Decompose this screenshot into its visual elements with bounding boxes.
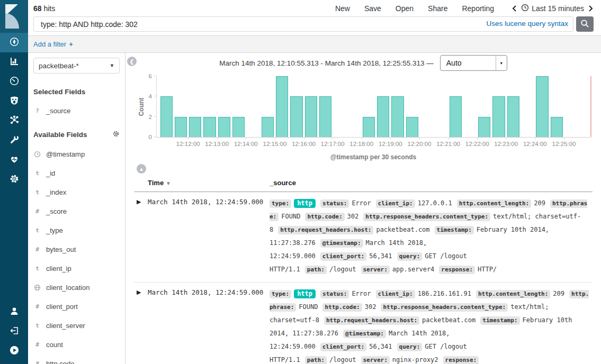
field-item-clientlocation[interactable]: client_location xyxy=(33,284,120,292)
nav-item-logout[interactable] xyxy=(0,322,28,341)
histogram-bar[interactable] xyxy=(203,117,216,137)
field-name: _score xyxy=(46,207,67,215)
row-source: type:httpstatus:Errorclient_ip:127.0.0.1… xyxy=(270,197,593,276)
field-item-index[interactable]: t_index xyxy=(33,188,120,196)
x-tick-label: 12:23:00 xyxy=(494,141,518,147)
y-tick-mark xyxy=(154,76,157,76)
field-name: count xyxy=(46,341,63,349)
nav-item-collapse[interactable] xyxy=(0,341,28,361)
nav-item-timelion[interactable] xyxy=(0,92,28,111)
x-tick-label: 12:15:00 xyxy=(263,141,287,147)
histogram-bar[interactable] xyxy=(507,96,519,137)
play-circle-icon xyxy=(9,345,20,358)
add-filter-link[interactable]: Add a filter+ xyxy=(33,40,73,48)
menu-item-share[interactable]: Share xyxy=(428,4,447,13)
y-tick-mark xyxy=(154,136,157,137)
field-settings-gear-icon[interactable] xyxy=(112,130,120,139)
histogram-bar[interactable] xyxy=(536,76,548,137)
x-tick-mark xyxy=(188,137,189,140)
source-column-header: _source xyxy=(270,179,593,187)
field-item-score[interactable]: #_score xyxy=(33,207,120,215)
x-tick-mark xyxy=(506,137,507,140)
x-axis-label: @timestamp per 30 seconds xyxy=(156,153,590,161)
y-tick-label: 6 xyxy=(149,73,152,79)
menu-item-new[interactable]: New xyxy=(335,4,350,13)
menu-item-save[interactable]: Save xyxy=(364,4,381,13)
source-field-key: @timestamp: xyxy=(343,330,386,338)
histogram-bar[interactable] xyxy=(262,117,274,137)
kibana-logo[interactable] xyxy=(0,0,28,33)
source-field-key: status: xyxy=(320,199,349,208)
field-item-count[interactable]: #count xyxy=(33,341,120,349)
field-item-bytesout[interactable]: #bytes_out xyxy=(33,245,120,253)
histogram-bar[interactable] xyxy=(218,117,230,137)
field-item-timestamp[interactable]: @timestamp xyxy=(33,150,120,158)
time-back-button[interactable] xyxy=(512,5,517,12)
y-axis-label: Count xyxy=(138,97,145,116)
histogram-bar[interactable] xyxy=(189,117,201,137)
nav-item-visualize[interactable] xyxy=(0,52,28,72)
histogram-bar[interactable] xyxy=(276,76,288,137)
histogram-bar[interactable] xyxy=(363,117,375,137)
x-tick-label: 12:13:00 xyxy=(205,141,229,147)
histogram-bar[interactable] xyxy=(450,96,462,137)
search-button[interactable] xyxy=(576,16,594,32)
collapse-sidebar-button[interactable]: ❮ xyxy=(127,57,137,66)
expand-row-caret-icon[interactable]: ▶ xyxy=(134,287,148,364)
x-tick-label: 12:18:00 xyxy=(349,141,373,147)
source-field-value: Error xyxy=(352,199,371,207)
histogram-bar[interactable] xyxy=(290,96,302,137)
x-tick-label: 12:12:00 xyxy=(176,141,200,147)
y-tick-label: 0 xyxy=(149,134,152,140)
collapse-chart-button[interactable]: ▲ xyxy=(137,164,146,174)
x-tick-label: 12:14:00 xyxy=(234,141,258,147)
menu-item-open[interactable]: Open xyxy=(396,4,414,13)
nav-item-dev-tools[interactable] xyxy=(0,131,28,150)
histogram-bar[interactable] xyxy=(391,96,403,137)
histogram-bar[interactable] xyxy=(175,117,187,137)
field-item-clientserver[interactable]: tclient_server xyxy=(33,322,120,330)
nav-item-discover[interactable] xyxy=(0,33,28,52)
field-item-clientip[interactable]: tclient_ip xyxy=(33,265,120,272)
x-tick-mark xyxy=(419,137,420,140)
source-field-key: http.code: xyxy=(305,213,344,221)
histogram-bar[interactable] xyxy=(305,96,317,137)
histogram-bar[interactable] xyxy=(377,96,389,137)
time-forward-button[interactable] xyxy=(588,5,594,12)
histogram-plot[interactable]: Count 024612:12:0012:13:0012:14:0012:15:… xyxy=(156,76,590,138)
x-tick-label: 12:19:00 xyxy=(379,141,402,147)
interval-select[interactable]: Auto ▼ xyxy=(440,55,507,71)
timepicker-button[interactable]: Last 15 minutes xyxy=(521,4,584,13)
field-item-source[interactable]: ?_source xyxy=(33,107,120,115)
histogram-bar[interactable] xyxy=(232,117,245,137)
field-item-clientport[interactable]: #client_port xyxy=(33,303,120,311)
histogram-bar[interactable] xyxy=(160,96,173,137)
histogram-bar[interactable] xyxy=(319,96,331,137)
field-item-httpcode[interactable]: #http.code xyxy=(33,360,120,364)
field-name: _type xyxy=(46,226,63,234)
time-column-header[interactable]: Time▼ xyxy=(148,179,270,187)
nav-item-dashboard[interactable] xyxy=(0,72,28,92)
nav-item-machine-learning[interactable] xyxy=(0,111,28,131)
menu-item-reporting[interactable]: Reporting xyxy=(462,4,494,13)
nav-item-account[interactable] xyxy=(0,302,28,322)
source-field-key: client_ip: xyxy=(376,199,415,208)
expand-row-caret-icon[interactable]: ▶ xyxy=(134,197,148,276)
text-field-icon: t xyxy=(33,322,41,329)
wrench-icon xyxy=(9,134,20,147)
lucene-syntax-link[interactable]: Uses lucene query syntax xyxy=(486,20,568,28)
histogram-bar[interactable] xyxy=(478,117,490,137)
histogram-bar[interactable] xyxy=(492,96,505,137)
histogram-bar[interactable] xyxy=(406,117,418,137)
chart-header: ❮ March 14th 2018, 12:10:55.313 - March … xyxy=(125,53,601,73)
nav-item-monitoring[interactable] xyxy=(0,150,28,170)
source-field-value: 56,341 xyxy=(369,343,392,350)
field-item-id[interactable]: t_id xyxy=(33,169,120,177)
clock-icon xyxy=(521,4,529,13)
histogram-bar[interactable] xyxy=(551,117,563,137)
nav-item-management[interactable] xyxy=(0,170,28,189)
gear-icon xyxy=(9,174,20,186)
field-name: _source xyxy=(46,107,70,115)
index-pattern-selector[interactable]: packetbeat-* ▼ xyxy=(33,58,120,74)
field-item-type[interactable]: t_type xyxy=(33,226,120,234)
